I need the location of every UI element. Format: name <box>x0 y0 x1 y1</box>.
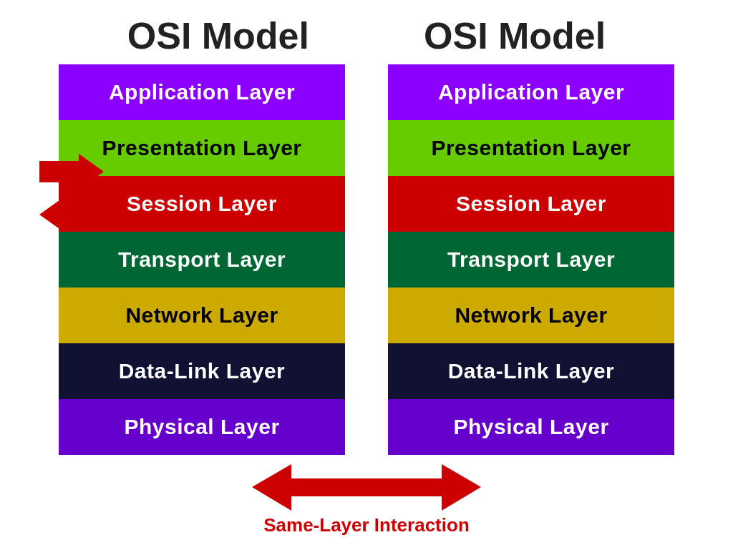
models-row: Application LayerPresentation LayerSessi… <box>0 64 733 455</box>
right-layer-session-layer: Session Layer <box>388 176 674 232</box>
left-layer-data-link-layer: Data-Link Layer <box>59 343 345 399</box>
right-layer-network-layer: Network Layer <box>388 288 674 343</box>
right-osi-stack: Application LayerPresentation LayerSessi… <box>388 64 674 455</box>
adjacent-arrows <box>39 154 104 268</box>
right-layer-data-link-layer: Data-Link Layer <box>388 343 674 399</box>
bottom-section: Same-Layer Interaction <box>252 461 481 536</box>
left-osi-title: OSI Model <box>127 14 309 57</box>
right-layer-application-layer: Application Layer <box>388 64 674 120</box>
svg-marker-0 <box>39 154 104 190</box>
headers-row: OSI Model OSI Model <box>0 14 733 57</box>
left-layer-network-layer: Network Layer <box>59 288 345 343</box>
right-layer-transport-layer: Transport Layer <box>388 232 674 288</box>
svg-marker-2 <box>252 464 481 511</box>
same-layer-label: Same-Layer Interaction <box>263 514 470 536</box>
right-layer-presentation-layer: Presentation Layer <box>388 120 674 176</box>
same-layer-arrow <box>252 461 481 514</box>
svg-marker-1 <box>39 197 104 232</box>
left-layer-application-layer: Application Layer <box>59 64 345 120</box>
left-layer-physical-layer: Physical Layer <box>59 399 345 455</box>
right-osi-title: OSI Model <box>424 14 606 57</box>
right-layer-physical-layer: Physical Layer <box>388 399 674 455</box>
main-container: Adjacent Layer Interaction OSI Model OSI… <box>0 0 733 560</box>
